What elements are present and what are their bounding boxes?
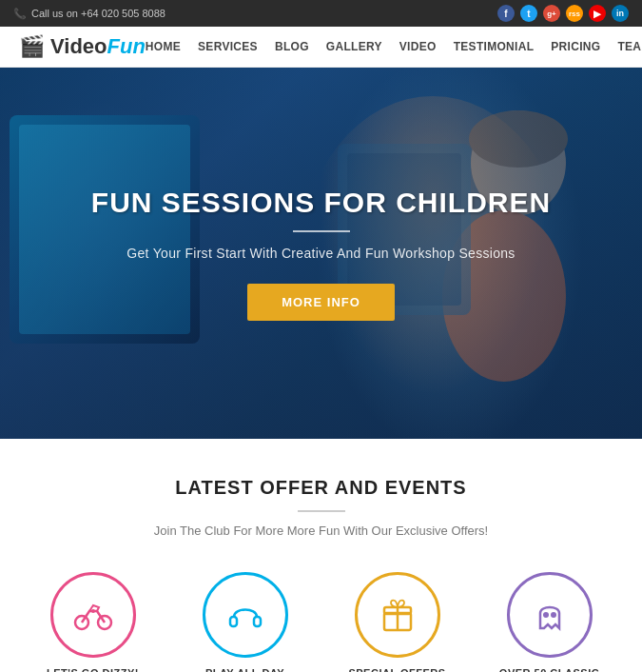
hero-section: FUN SESSIONS FOR CHILDREN Get Your First… <box>0 68 642 439</box>
phone-icon: 📞 <box>13 8 27 20</box>
nav-services[interactable]: SERVICES <box>198 40 258 53</box>
feature-play: PLAY ALL DAY <box>184 572 307 672</box>
hero-title: FUN SESSIONS FOR CHILDREN <box>91 187 551 219</box>
logo[interactable]: 🎬 VideoFun <box>19 34 146 59</box>
gift-icon <box>377 594 418 636</box>
svg-point-13 <box>543 612 549 618</box>
feature-dizzy-label: LET'S GO DIZZY! <box>47 667 139 672</box>
feature-dizzy: LET'S GO DIZZY! <box>31 572 155 672</box>
feature-offers-circle <box>355 572 440 658</box>
feature-play-label: PLAY ALL DAY <box>205 667 284 672</box>
headphones-icon <box>224 594 266 636</box>
header: 🎬 VideoFun HOME SERVICES BLOG GALLERY VI… <box>0 27 642 68</box>
nav-video[interactable]: VIDEO <box>399 40 437 53</box>
logo-text: VideoFun <box>50 34 146 59</box>
features-title: LATEST OFFER AND EVENTS <box>19 477 623 499</box>
phone-label: Call us on +64 020 505 8088 <box>31 8 165 19</box>
feature-classic-label: OVER 50 CLASSIC GAMES <box>488 667 612 672</box>
social-links: f t g+ rss ▶ in <box>497 5 629 22</box>
feature-offers: SPECIAL OFFERS <box>336 572 459 672</box>
features-subtitle: Join The Club For More More Fun With Our… <box>19 524 623 538</box>
googleplus-icon[interactable]: g+ <box>543 5 560 22</box>
motorcycle-icon <box>72 594 114 636</box>
logo-icon: 🎬 <box>19 34 45 59</box>
main-nav: HOME SERVICES BLOG GALLERY VIDEO TESTIMO… <box>146 40 642 53</box>
facebook-icon[interactable]: f <box>497 5 515 22</box>
twitter-icon[interactable]: t <box>520 5 537 22</box>
nav-team[interactable]: TEAM <box>617 40 642 53</box>
features-section: LATEST OFFER AND EVENTS Join The Club Fo… <box>0 439 642 672</box>
features-divider <box>298 510 345 512</box>
feature-play-circle <box>203 572 288 658</box>
svg-point-2 <box>469 110 568 168</box>
svg-rect-9 <box>254 617 261 626</box>
linkedin-icon[interactable]: in <box>612 5 629 22</box>
nav-gallery[interactable]: GALLERY <box>326 40 382 53</box>
hero-divider <box>293 230 350 232</box>
phone-info: 📞 Call us on +64 020 505 8088 <box>13 8 165 20</box>
nav-testimonial[interactable]: TESTIMONIAL <box>454 40 535 53</box>
feature-classic: OVER 50 CLASSIC GAMES <box>488 572 612 672</box>
svg-rect-8 <box>230 617 237 626</box>
hero-content: FUN SESSIONS FOR CHILDREN Get Your First… <box>72 168 570 340</box>
features-grid: LET'S GO DIZZY! PLAY ALL DAY <box>19 572 623 672</box>
hero-subtitle: Get Your First Start With Creative And F… <box>91 246 551 261</box>
feature-classic-circle <box>507 572 593 658</box>
svg-point-14 <box>551 612 556 618</box>
youtube-icon[interactable]: ▶ <box>589 5 606 22</box>
nav-home[interactable]: HOME <box>146 40 181 53</box>
feature-dizzy-circle <box>50 572 136 658</box>
top-bar: 📞 Call us on +64 020 505 8088 f t g+ rss… <box>0 0 642 27</box>
ghost-icon <box>529 594 571 636</box>
feature-offers-label: SPECIAL OFFERS <box>348 667 445 672</box>
more-info-button[interactable]: MORE INFO <box>247 284 395 321</box>
nav-blog[interactable]: BLOG <box>275 40 309 53</box>
nav-pricing[interactable]: PRICING <box>551 40 600 53</box>
svg-point-7 <box>91 609 95 613</box>
rss-icon[interactable]: rss <box>566 5 583 22</box>
